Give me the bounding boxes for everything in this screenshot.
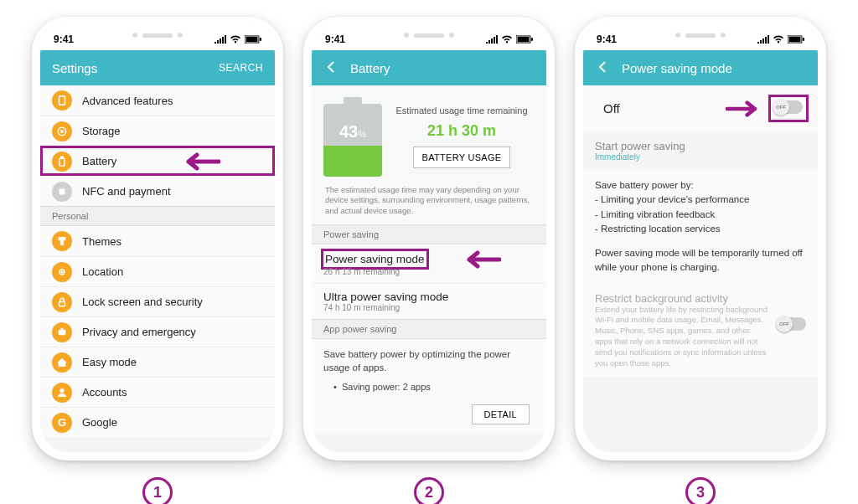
svg-rect-3 (59, 96, 65, 105)
row-power-saving-mode[interactable]: Power saving mode 26 h 13 m remaining (312, 244, 546, 283)
row-location[interactable]: Location (40, 256, 275, 286)
advanced-icon (52, 90, 72, 111)
row-nfc[interactable]: NFC and payment (40, 176, 275, 206)
status-time: 9:41 (54, 33, 74, 45)
wifi-icon (230, 35, 241, 44)
psm-bullet-1: Limiting your device's performance (595, 193, 806, 207)
screen-2: 9:41 Battery (312, 25, 546, 452)
psm-body-heading: Save battery power by: (595, 178, 806, 193)
storage-icon (52, 121, 72, 141)
phone-3-frame: 9:41 Power saving mode Off (575, 17, 826, 460)
off-row: Off OFF (583, 85, 818, 131)
lock-icon (52, 292, 72, 312)
upsm-title: Ultra power saving mode (323, 291, 535, 303)
battery-usage-button[interactable]: BATTERY USAGE (413, 147, 511, 168)
row-label: Accounts (82, 386, 127, 399)
row-easy[interactable]: Easy mode (40, 347, 275, 377)
svg-rect-11 (59, 301, 65, 306)
row-label: NFC and payment (82, 185, 171, 198)
estimate-label: Estimated usage time remaining (395, 105, 527, 116)
step-number-3: 3 (685, 477, 716, 504)
app-save-bullet: Saving power: 2 apps (342, 382, 431, 392)
row-label: Battery (82, 155, 116, 167)
status-time: 9:41 (325, 33, 345, 45)
row-lock[interactable]: Lock screen and security (40, 286, 275, 316)
back-icon[interactable] (595, 59, 610, 77)
google-icon: G (52, 413, 72, 433)
privacy-icon (52, 322, 72, 342)
row-label: Lock screen and security (82, 296, 203, 308)
svg-rect-6 (59, 157, 65, 165)
battery-status-icon (788, 35, 804, 44)
start-sub: Immediately (595, 152, 806, 162)
svg-rect-2 (260, 38, 261, 41)
settings-list: Advanced features Storage Battery (40, 85, 275, 452)
back-icon[interactable] (323, 59, 339, 77)
location-icon (52, 262, 72, 282)
section-power-saving: Power saving (312, 224, 546, 244)
annotation-arrow (178, 152, 220, 172)
notch (646, 25, 755, 45)
svg-rect-17 (531, 38, 533, 41)
status-icons (486, 35, 533, 44)
row-privacy[interactable]: Privacy and emergency (40, 316, 275, 347)
row-label: Privacy and emergency (82, 326, 196, 338)
svg-rect-1 (246, 37, 258, 43)
status-icons (214, 35, 261, 44)
step-number-1: 1 (142, 477, 173, 504)
battery-pct: 43 (339, 122, 358, 141)
signal-icon (757, 35, 769, 44)
row-label: Advanced features (82, 95, 173, 107)
svg-rect-7 (61, 157, 63, 158)
battery-estimate: Estimated usage time remaining 21 h 30 m… (389, 97, 535, 177)
signal-icon (486, 35, 498, 44)
themes-icon (52, 231, 72, 251)
psm-bullet-3: Restricting location services (595, 222, 806, 236)
toggle-knob: OFF (776, 316, 793, 332)
estimate-value: 21 h 30 m (427, 122, 496, 140)
row-google[interactable]: G Google (40, 407, 275, 437)
row-label: Location (82, 265, 123, 278)
battery-level-icon: 43% (323, 97, 382, 177)
header-settings: Settings SEARCH (40, 50, 275, 85)
phone-2-frame: 9:41 Battery (303, 17, 555, 460)
row-advanced-features[interactable]: Advanced features (40, 85, 275, 116)
psm-content: Off OFF Start power saving Immediately (583, 85, 818, 452)
svg-rect-19 (789, 37, 801, 43)
svg-rect-16 (518, 37, 530, 43)
phone-2-wrapper: 9:41 Battery (303, 17, 555, 504)
restrict-desc: Extend your battery life by restricting … (595, 305, 769, 369)
row-themes[interactable]: Themes (40, 226, 275, 256)
toggle-knob: OFF (773, 99, 789, 116)
battery-status-icon (516, 35, 533, 44)
screen-1: 9:41 Settings SEARCH Advanced features (40, 25, 275, 452)
detail-button[interactable]: DETAIL (472, 404, 530, 424)
section-app-power-saving: App power saving (312, 319, 546, 339)
annotation-arrow (726, 100, 764, 118)
psm-title: Power saving mode (323, 251, 426, 267)
row-storage[interactable]: Storage (40, 116, 275, 146)
off-toggle[interactable]: OFF (774, 100, 803, 114)
app-save-desc: Save battery power by optimizing the pow… (323, 347, 535, 374)
psm-description: Save battery power by: Limiting your dev… (583, 170, 818, 284)
row-battery[interactable]: Battery (40, 146, 275, 176)
start-power-saving[interactable]: Start power saving Immediately (583, 131, 818, 170)
row-ultra-power-saving[interactable]: Ultra power saving mode 74 h 10 m remain… (312, 283, 546, 319)
battery-disclaimer: The estimated usage time may vary depend… (312, 182, 546, 224)
psm-note: Power saving mode will be temporarily tu… (595, 246, 806, 275)
svg-rect-20 (803, 38, 804, 41)
signal-icon (214, 35, 226, 44)
phone-1-frame: 9:41 Settings SEARCH Advanced features (32, 17, 283, 460)
svg-point-13 (61, 327, 63, 329)
search-button[interactable]: SEARCH (219, 62, 263, 74)
nfc-icon (52, 182, 72, 202)
section-personal: Personal (40, 206, 275, 226)
upsm-sub: 74 h 10 m remaining (323, 303, 535, 312)
restrict-background[interactable]: Restrict background activity Extend your… (583, 284, 818, 378)
psm-title: Power saving mode (622, 61, 806, 75)
header-battery: Battery (312, 50, 546, 85)
svg-rect-12 (59, 330, 65, 335)
restrict-toggle[interactable]: OFF (778, 317, 806, 331)
screen-3: 9:41 Power saving mode Off (583, 25, 818, 452)
row-accounts[interactable]: Accounts (40, 377, 275, 407)
